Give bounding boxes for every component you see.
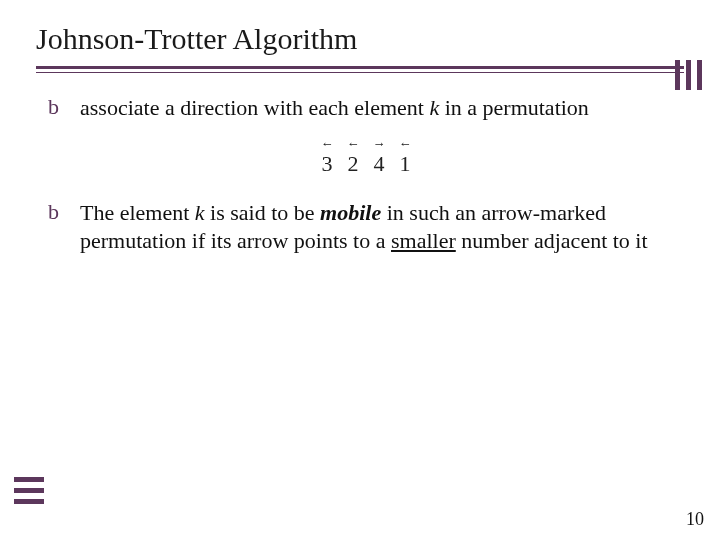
digit-value: 1 — [400, 151, 411, 176]
bullet-text: associate a direction with each element … — [80, 94, 589, 123]
text-segment: in a permutation — [439, 95, 589, 120]
decoration-bottom-left — [14, 477, 44, 504]
perm-digit: → 4 — [371, 139, 387, 177]
perm-digit: ← 2 — [345, 139, 361, 177]
decor-bar-icon — [14, 488, 44, 493]
text-segment: number adjacent to it — [456, 228, 648, 253]
bullet-item-2: b The element k is said to be mobile in … — [48, 199, 684, 256]
bullet-item-1: b associate a direction with each elemen… — [48, 94, 684, 123]
text-segment: The element — [80, 200, 195, 225]
page-number: 10 — [686, 509, 704, 530]
perm-digit: ← 1 — [397, 139, 413, 177]
rule-thin — [36, 72, 684, 73]
bullet-symbol: b — [48, 199, 80, 225]
decor-bar-icon — [675, 60, 680, 90]
bullet-symbol: b — [48, 94, 80, 120]
bullet-text: The element k is said to be mobile in su… — [80, 199, 684, 256]
arrow-left-icon: ← — [399, 137, 412, 150]
digit-value: 3 — [322, 151, 333, 176]
rule-thick — [36, 66, 684, 69]
text-segment: associate a direction with each element — [80, 95, 429, 120]
title-rule — [36, 66, 684, 76]
term-mobile: mobile — [320, 200, 381, 225]
permutation-illustration: ← 3 ← 2 → 4 ← 1 — [48, 139, 684, 177]
decor-bar-icon — [686, 60, 691, 90]
text-segment: is said to be — [205, 200, 321, 225]
digit-value: 2 — [348, 151, 359, 176]
decoration-top-right — [675, 60, 702, 90]
slide-title: Johnson-Trotter Algorithm — [36, 22, 684, 56]
perm-digit: ← 3 — [319, 139, 335, 177]
variable-k: k — [195, 200, 205, 225]
digit-value: 4 — [374, 151, 385, 176]
term-smaller: smaller — [391, 228, 456, 253]
decor-bar-icon — [697, 60, 702, 90]
arrow-left-icon: ← — [321, 137, 334, 150]
arrow-left-icon: ← — [347, 137, 360, 150]
content-area: b associate a direction with each elemen… — [36, 94, 684, 256]
decor-bar-icon — [14, 499, 44, 504]
slide: Johnson-Trotter Algorithm b associate a … — [0, 0, 720, 540]
permutation: ← 3 ← 2 → 4 ← 1 — [319, 139, 413, 177]
variable-k: k — [429, 95, 439, 120]
arrow-right-icon: → — [373, 137, 386, 150]
decor-bar-icon — [14, 477, 44, 482]
